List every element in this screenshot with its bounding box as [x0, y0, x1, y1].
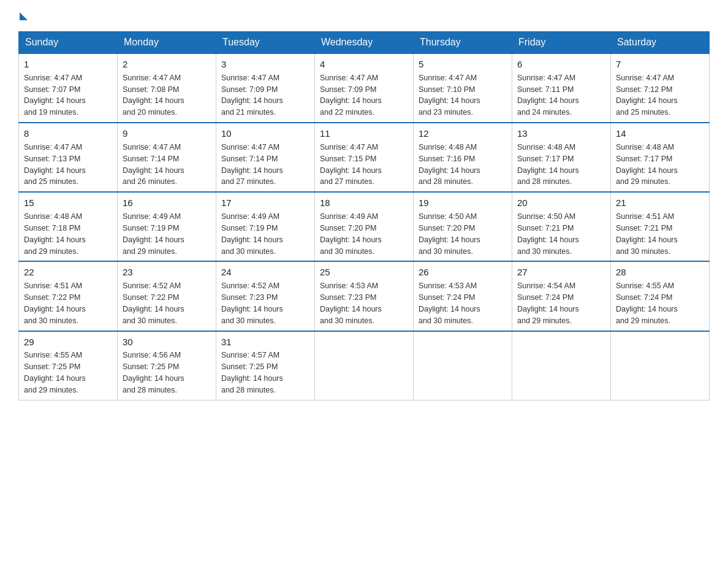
day-number: 13: [517, 127, 605, 140]
day-number: 30: [123, 335, 211, 349]
calendar-cell: 28Sunrise: 4:55 AMSunset: 7:24 PMDayligh…: [611, 261, 710, 331]
day-info: Sunrise: 4:50 AMSunset: 7:20 PMDaylight:…: [419, 212, 480, 256]
day-number: 31: [221, 335, 309, 349]
day-number: 19: [419, 196, 507, 210]
column-header-saturday: Saturday: [611, 32, 710, 54]
day-info: Sunrise: 4:47 AMSunset: 7:11 PMDaylight:…: [517, 74, 579, 117]
week-row-3: 15Sunrise: 4:48 AMSunset: 7:18 PMDayligh…: [19, 192, 710, 261]
calendar-cell: 4Sunrise: 4:47 AMSunset: 7:09 PMDaylight…: [315, 53, 414, 123]
day-info: Sunrise: 4:48 AMSunset: 7:17 PMDaylight:…: [616, 143, 678, 186]
calendar-table: SundayMondayTuesdayWednesdayThursdayFrid…: [18, 31, 710, 400]
day-number: 16: [123, 196, 211, 210]
day-number: 22: [24, 266, 112, 279]
day-number: 10: [221, 127, 309, 140]
day-number: 4: [320, 58, 408, 71]
day-info: Sunrise: 4:53 AMSunset: 7:23 PMDaylight:…: [320, 282, 382, 325]
day-number: 3: [221, 58, 309, 71]
calendar-cell: 30Sunrise: 4:56 AMSunset: 7:25 PMDayligh…: [118, 331, 216, 400]
week-row-5: 29Sunrise: 4:55 AMSunset: 7:25 PMDayligh…: [19, 331, 710, 400]
day-number: 11: [320, 127, 408, 140]
logo-triangle-icon: [20, 12, 28, 20]
day-info: Sunrise: 4:54 AMSunset: 7:24 PMDaylight:…: [517, 282, 579, 325]
calendar-cell: 10Sunrise: 4:47 AMSunset: 7:14 PMDayligh…: [216, 123, 315, 192]
day-info: Sunrise: 4:48 AMSunset: 7:18 PMDaylight:…: [24, 212, 86, 256]
calendar-cell: 8Sunrise: 4:47 AMSunset: 7:13 PMDaylight…: [19, 123, 118, 192]
week-row-1: 1Sunrise: 4:47 AMSunset: 7:07 PMDaylight…: [19, 53, 710, 123]
calendar-cell: 22Sunrise: 4:51 AMSunset: 7:22 PMDayligh…: [19, 261, 118, 331]
calendar-cell: 14Sunrise: 4:48 AMSunset: 7:17 PMDayligh…: [611, 123, 710, 192]
week-row-4: 22Sunrise: 4:51 AMSunset: 7:22 PMDayligh…: [19, 261, 710, 331]
calendar-cell: 7Sunrise: 4:47 AMSunset: 7:12 PMDaylight…: [611, 53, 710, 123]
day-number: 5: [419, 58, 507, 71]
calendar-cell: 17Sunrise: 4:49 AMSunset: 7:19 PMDayligh…: [216, 192, 315, 261]
day-info: Sunrise: 4:57 AMSunset: 7:25 PMDaylight:…: [221, 351, 283, 394]
day-number: 15: [24, 196, 112, 210]
day-info: Sunrise: 4:47 AMSunset: 7:14 PMDaylight:…: [123, 143, 184, 186]
day-info: Sunrise: 4:47 AMSunset: 7:13 PMDaylight:…: [24, 143, 86, 186]
column-header-sunday: Sunday: [19, 32, 118, 54]
calendar-header-row: SundayMondayTuesdayWednesdayThursdayFrid…: [19, 32, 710, 54]
calendar-cell: 9Sunrise: 4:47 AMSunset: 7:14 PMDaylight…: [118, 123, 216, 192]
day-info: Sunrise: 4:49 AMSunset: 7:19 PMDaylight:…: [123, 212, 184, 256]
day-number: 9: [123, 127, 211, 140]
day-info: Sunrise: 4:47 AMSunset: 7:10 PMDaylight:…: [419, 74, 480, 117]
calendar-cell: 23Sunrise: 4:52 AMSunset: 7:22 PMDayligh…: [118, 261, 216, 331]
calendar-cell: 2Sunrise: 4:47 AMSunset: 7:08 PMDaylight…: [118, 53, 216, 123]
day-number: 28: [616, 266, 704, 279]
day-info: Sunrise: 4:48 AMSunset: 7:17 PMDaylight:…: [517, 143, 579, 186]
day-number: 27: [517, 266, 605, 279]
day-number: 17: [221, 196, 309, 210]
calendar-cell: 19Sunrise: 4:50 AMSunset: 7:20 PMDayligh…: [414, 192, 512, 261]
day-info: Sunrise: 4:53 AMSunset: 7:24 PMDaylight:…: [419, 282, 480, 325]
day-info: Sunrise: 4:47 AMSunset: 7:12 PMDaylight:…: [616, 74, 678, 117]
calendar-cell: 25Sunrise: 4:53 AMSunset: 7:23 PMDayligh…: [315, 261, 414, 331]
calendar-cell: 11Sunrise: 4:47 AMSunset: 7:15 PMDayligh…: [315, 123, 414, 192]
calendar-cell: [315, 331, 414, 400]
calendar-cell: 24Sunrise: 4:52 AMSunset: 7:23 PMDayligh…: [216, 261, 315, 331]
day-number: 18: [320, 196, 408, 210]
day-info: Sunrise: 4:56 AMSunset: 7:25 PMDaylight:…: [123, 351, 184, 394]
day-info: Sunrise: 4:47 AMSunset: 7:07 PMDaylight:…: [24, 74, 86, 117]
column-header-thursday: Thursday: [414, 32, 512, 54]
day-info: Sunrise: 4:55 AMSunset: 7:24 PMDaylight:…: [616, 282, 678, 325]
day-info: Sunrise: 4:51 AMSunset: 7:22 PMDaylight:…: [24, 282, 86, 325]
day-number: 29: [24, 335, 112, 349]
week-row-2: 8Sunrise: 4:47 AMSunset: 7:13 PMDaylight…: [19, 123, 710, 192]
day-info: Sunrise: 4:51 AMSunset: 7:21 PMDaylight:…: [616, 212, 678, 256]
calendar-cell: 21Sunrise: 4:51 AMSunset: 7:21 PMDayligh…: [611, 192, 710, 261]
day-number: 24: [221, 266, 309, 279]
day-info: Sunrise: 4:55 AMSunset: 7:25 PMDaylight:…: [24, 351, 86, 394]
day-number: 2: [123, 58, 211, 71]
day-number: 20: [517, 196, 605, 210]
calendar-cell: 3Sunrise: 4:47 AMSunset: 7:09 PMDaylight…: [216, 53, 315, 123]
day-info: Sunrise: 4:48 AMSunset: 7:16 PMDaylight:…: [419, 143, 480, 186]
calendar-cell: 15Sunrise: 4:48 AMSunset: 7:18 PMDayligh…: [19, 192, 118, 261]
day-info: Sunrise: 4:47 AMSunset: 7:09 PMDaylight:…: [320, 74, 382, 117]
day-info: Sunrise: 4:49 AMSunset: 7:19 PMDaylight:…: [221, 212, 283, 256]
calendar-cell: 29Sunrise: 4:55 AMSunset: 7:25 PMDayligh…: [19, 331, 118, 400]
page-header: [18, 12, 710, 20]
day-number: 8: [24, 127, 112, 140]
day-number: 14: [616, 127, 704, 140]
day-number: 12: [419, 127, 507, 140]
day-info: Sunrise: 4:47 AMSunset: 7:14 PMDaylight:…: [221, 143, 283, 186]
column-header-friday: Friday: [512, 32, 611, 54]
column-header-tuesday: Tuesday: [216, 32, 315, 54]
calendar-cell: 12Sunrise: 4:48 AMSunset: 7:16 PMDayligh…: [414, 123, 512, 192]
day-info: Sunrise: 4:47 AMSunset: 7:15 PMDaylight:…: [320, 143, 382, 186]
day-number: 7: [616, 58, 704, 71]
day-number: 26: [419, 266, 507, 279]
logo: [18, 12, 28, 20]
calendar-cell: 1Sunrise: 4:47 AMSunset: 7:07 PMDaylight…: [19, 53, 118, 123]
calendar-cell: [512, 331, 611, 400]
day-number: 6: [517, 58, 605, 71]
day-info: Sunrise: 4:47 AMSunset: 7:08 PMDaylight:…: [123, 74, 184, 117]
day-info: Sunrise: 4:50 AMSunset: 7:21 PMDaylight:…: [517, 212, 579, 256]
calendar-cell: 31Sunrise: 4:57 AMSunset: 7:25 PMDayligh…: [216, 331, 315, 400]
day-number: 21: [616, 196, 704, 210]
day-info: Sunrise: 4:52 AMSunset: 7:22 PMDaylight:…: [123, 282, 184, 325]
day-info: Sunrise: 4:47 AMSunset: 7:09 PMDaylight:…: [221, 74, 283, 117]
calendar-cell: 18Sunrise: 4:49 AMSunset: 7:20 PMDayligh…: [315, 192, 414, 261]
calendar-cell: 16Sunrise: 4:49 AMSunset: 7:19 PMDayligh…: [118, 192, 216, 261]
day-number: 1: [24, 58, 112, 71]
